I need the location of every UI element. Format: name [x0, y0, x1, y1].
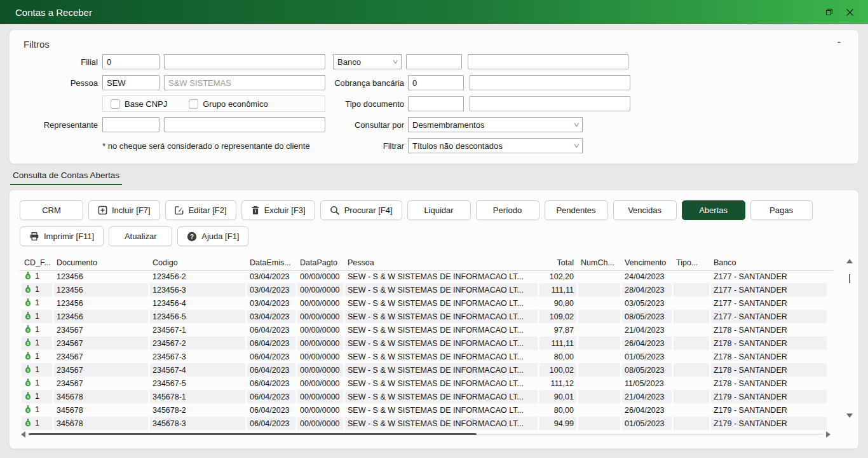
representante-label: Representante — [20, 120, 98, 130]
col-vencimento[interactable]: Vencimento — [622, 256, 672, 270]
col-datapagto[interactable]: DataPagto — [297, 256, 343, 270]
chevron-down-icon: ˅ — [573, 142, 579, 149]
consultar-por-combobox[interactable]: Desmembramentos ˅ — [408, 117, 583, 132]
banco-name-input[interactable] — [468, 54, 628, 69]
base-cnpj-checkbox[interactable]: Base CNPJ — [111, 99, 167, 109]
filters-panel: Filtros - Filial Banco ˅ Pessoa — [9, 29, 859, 164]
vertical-scroll-thumb[interactable] — [849, 274, 850, 283]
pendentes-button[interactable]: Pendentes — [545, 200, 608, 220]
ajuda-button[interactable]: ? Ajuda [F1] — [177, 226, 248, 246]
col-codigo[interactable]: Codigo — [150, 256, 245, 270]
svg-text:?: ? — [190, 233, 194, 240]
abertas-button[interactable]: Abertas — [682, 200, 745, 220]
money-bag-icon: $ — [24, 338, 32, 349]
money-bag-icon: $ — [24, 285, 32, 295]
table-row[interactable]: $1 234567 234567-2 06/04/2023 00/00/0000… — [22, 337, 827, 350]
filters-title: Filtros — [24, 39, 844, 50]
accounts-table: CD_F... Documento Codigo DataEmis... Dat… — [20, 256, 841, 430]
representante-name-input[interactable] — [164, 117, 325, 132]
col-tipo[interactable]: Tipo... — [674, 256, 709, 270]
toolbar-row-1: CRM Incluir [F7] Editar [F2] Excluir [F3… — [20, 200, 848, 220]
scroll-right-icon[interactable] — [826, 431, 831, 438]
checkbox-icon — [189, 99, 198, 109]
vencidas-button[interactable]: Vencidas — [613, 200, 677, 220]
table-row[interactable]: $1 345678 345678-2 06/04/2023 00/00/0000… — [22, 403, 827, 417]
vertical-scrollbar[interactable] — [844, 256, 855, 427]
table-row[interactable]: $1 234567 234567-3 06/04/2023 00/00/0000… — [22, 350, 827, 363]
cobranca-name-input[interactable] — [470, 75, 630, 90]
filtrar-label: Filtrar — [333, 141, 404, 151]
checkbox-group: Base CNPJ Grupo econômico — [102, 95, 325, 112]
help-icon: ? — [187, 232, 197, 242]
horizontal-scrollbar[interactable] — [20, 431, 846, 437]
close-icon[interactable] — [839, 3, 860, 22]
titlebar: Contas a Receber — [0, 0, 868, 24]
header-divider — [20, 270, 833, 271]
chevron-down-icon: ˅ — [392, 58, 398, 66]
scroll-left-icon[interactable] — [21, 431, 25, 438]
collapse-filters-button[interactable]: - — [837, 38, 841, 46]
pagas-button[interactable]: Pagas — [750, 200, 813, 220]
tab-consulta-contas-abertas[interactable]: Consulta de Contas Abertas — [10, 170, 122, 185]
banco-combobox[interactable]: Banco ˅ — [333, 54, 402, 69]
pessoa-label: Pessoa — [20, 78, 98, 88]
restore-window-icon[interactable] — [817, 3, 839, 22]
crm-button[interactable]: CRM — [20, 200, 83, 220]
money-bag-icon: $ — [24, 298, 32, 309]
col-pessoa[interactable]: Pessoa — [345, 256, 538, 270]
table-header: CD_F... Documento Codigo DataEmis... Dat… — [22, 256, 827, 270]
tipo-documento-name-input[interactable] — [470, 96, 630, 111]
grupo-economico-checkbox[interactable]: Grupo econômico — [189, 99, 268, 109]
pessoa-name-input[interactable] — [164, 75, 325, 90]
table-row[interactable]: $1 234567 234567-5 06/04/2023 00/00/0000… — [22, 377, 827, 390]
col-dataemis[interactable]: DataEmis... — [247, 256, 295, 270]
atualizar-button[interactable]: Atualizar — [109, 226, 172, 246]
editar-button[interactable]: Editar [F2] — [165, 200, 236, 220]
tipo-documento-code-input[interactable] — [408, 96, 464, 111]
incluir-button[interactable]: Incluir [F7] — [88, 200, 160, 220]
liquidar-button[interactable]: Liquidar — [407, 200, 471, 220]
col-total[interactable]: Total — [539, 256, 576, 270]
chevron-down-icon: ˅ — [573, 121, 579, 128]
pessoa-code-input[interactable] — [102, 75, 159, 90]
checkbox-icon — [111, 99, 120, 109]
table-row[interactable]: $1 123456 123456-4 03/04/2023 00/00/0000… — [22, 296, 827, 310]
periodo-button[interactable]: Período — [476, 200, 539, 220]
table-row[interactable]: $1 234567 234567-1 06/04/2023 00/00/0000… — [22, 323, 827, 337]
consultar-por-label: Consultar por — [333, 120, 404, 130]
money-bag-icon: $ — [24, 419, 32, 429]
imprimir-button[interactable]: Imprimir [F11] — [20, 226, 104, 246]
money-bag-icon: $ — [24, 352, 32, 362]
representante-note: * no cheque será considerado o represent… — [102, 141, 310, 151]
col-cd-f[interactable]: CD_F... — [22, 256, 52, 270]
table-row[interactable]: $1 345678 345678-1 06/04/2023 00/00/0000… — [22, 390, 827, 403]
money-bag-icon: $ — [24, 365, 32, 375]
col-numch[interactable]: NumCh... — [578, 256, 620, 270]
money-bag-icon: $ — [24, 272, 32, 282]
representante-code-input[interactable] — [102, 117, 159, 132]
money-bag-icon: $ — [24, 378, 32, 389]
table-row[interactable]: $1 234567 234567-4 06/04/2023 00/00/0000… — [22, 363, 827, 377]
money-bag-icon: $ — [24, 392, 32, 402]
tipo-documento-label: Tipo documento — [333, 99, 404, 109]
scroll-down-icon[interactable] — [846, 413, 853, 418]
col-documento[interactable]: Documento — [54, 256, 148, 270]
filial-code-input[interactable] — [102, 54, 159, 69]
filial-label: Filial — [20, 57, 98, 67]
table-row[interactable]: $1 123456 123456-5 03/04/2023 00/00/0000… — [22, 310, 827, 323]
money-bag-icon: $ — [24, 405, 32, 415]
procurar-button[interactable]: Procurar [F4] — [320, 200, 402, 220]
table-row[interactable]: $1 345678 345678-3 06/04/2023 00/00/0000… — [22, 417, 827, 430]
filial-name-input[interactable] — [164, 54, 325, 69]
col-banco[interactable]: Banco — [711, 256, 827, 270]
cobranca-code-input[interactable] — [408, 75, 464, 90]
edit-icon — [175, 205, 184, 215]
banco-code-input[interactable] — [406, 54, 462, 69]
horizontal-scroll-thumb[interactable] — [29, 433, 477, 435]
money-bag-icon: $ — [24, 312, 32, 322]
table-row[interactable]: $1 123456 123456-3 03/04/2023 00/00/0000… — [22, 283, 827, 296]
excluir-button[interactable]: Excluir [F3] — [241, 200, 315, 220]
scroll-up-icon[interactable] — [846, 259, 853, 263]
filtrar-combobox[interactable]: Títulos não descontados ˅ — [408, 138, 583, 153]
table-row[interactable]: $1 123456 123456-2 03/04/2023 00/00/0000… — [22, 270, 827, 283]
